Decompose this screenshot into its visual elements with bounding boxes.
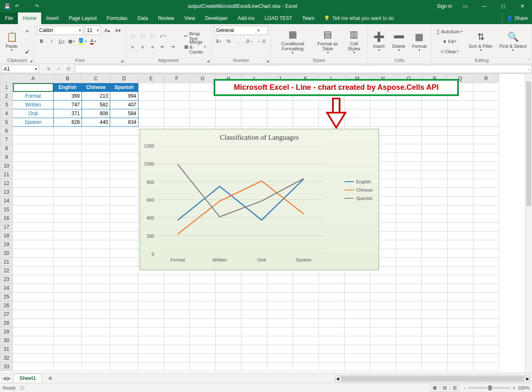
cell-C29[interactable] <box>82 328 110 336</box>
cell-K23[interactable] <box>293 275 319 284</box>
cell-K29[interactable] <box>293 328 319 336</box>
cell-C14[interactable] <box>82 197 110 205</box>
cell-P7[interactable] <box>422 136 448 144</box>
cell-L26[interactable] <box>319 301 345 310</box>
cell-O17[interactable] <box>396 223 422 232</box>
cell-D16[interactable] <box>110 214 138 223</box>
cell-Q33[interactable] <box>448 362 473 371</box>
cell-A13[interactable] <box>13 188 54 197</box>
row-header-29[interactable]: 29 <box>0 328 13 336</box>
row-header-1[interactable]: 1 <box>0 83 13 92</box>
cell-A12[interactable] <box>13 179 54 188</box>
cell-C31[interactable] <box>82 345 110 354</box>
cell-A28[interactable] <box>13 319 54 328</box>
insert-cells-button[interactable]: ➕Insert▾ <box>370 29 388 54</box>
cell-R12[interactable] <box>473 179 499 188</box>
cell-O33[interactable] <box>396 362 422 371</box>
cell-A11[interactable] <box>13 170 54 179</box>
cell-G32[interactable] <box>190 354 216 362</box>
cell-L33[interactable] <box>319 362 345 371</box>
cell-A33[interactable] <box>13 362 54 371</box>
cell-A31[interactable] <box>13 345 54 354</box>
cell-E33[interactable] <box>138 362 164 371</box>
cell-D20[interactable] <box>110 249 138 258</box>
cell-Q12[interactable] <box>448 179 473 188</box>
cell-A22[interactable] <box>13 266 54 275</box>
cell-R22[interactable] <box>473 266 499 275</box>
cell-N24[interactable] <box>370 284 396 293</box>
cell-F25[interactable] <box>164 293 190 301</box>
row-header-25[interactable]: 25 <box>0 293 13 301</box>
sort-filter-button[interactable]: ⇅Sort & Filter▾ <box>466 29 495 54</box>
cell-F24[interactable] <box>164 284 190 293</box>
cell-M28[interactable] <box>345 319 370 328</box>
cell-R26[interactable] <box>473 301 499 310</box>
cell-H31[interactable] <box>216 345 241 354</box>
cell-M23[interactable] <box>345 275 370 284</box>
cell-D10[interactable] <box>110 162 138 170</box>
cell-Q15[interactable] <box>448 205 473 214</box>
macro-record-icon[interactable]: ▢ <box>20 385 24 390</box>
cell-R31[interactable] <box>473 345 499 354</box>
cell-D9[interactable] <box>110 153 138 162</box>
row-header-3[interactable]: 3 <box>0 101 13 109</box>
tab-formulas[interactable]: Formulas <box>102 12 133 24</box>
cell-K28[interactable] <box>293 319 319 328</box>
row-header-10[interactable]: 10 <box>0 162 13 170</box>
font-name-combo[interactable]: ▾ <box>37 26 83 35</box>
cell-N29[interactable] <box>370 328 396 336</box>
cell-Q25[interactable] <box>448 293 473 301</box>
cell-R5[interactable] <box>473 118 499 127</box>
clipboard-launcher-icon[interactable]: ◢ <box>30 59 32 63</box>
tab-team[interactable]: Team <box>297 12 319 24</box>
cell-I30[interactable] <box>241 336 267 345</box>
cell-B16[interactable] <box>54 214 82 223</box>
cell-E5[interactable] <box>138 118 164 127</box>
cell-E4[interactable] <box>138 109 164 118</box>
cell-R9[interactable] <box>473 153 499 162</box>
cell-B21[interactable] <box>54 258 82 266</box>
collapse-ribbon-icon[interactable]: ⌃ <box>527 58 530 63</box>
cell-P14[interactable] <box>422 197 448 205</box>
cell-C9[interactable] <box>82 153 110 162</box>
cell-B6[interactable] <box>54 127 82 136</box>
cell-L30[interactable] <box>319 336 345 345</box>
fill-color-button[interactable]: 🪣 <box>77 37 88 46</box>
increase-font-icon[interactable]: A▴ <box>103 26 112 35</box>
cell-D13[interactable] <box>110 188 138 197</box>
cell-D1[interactable]: Spanish <box>110 83 138 92</box>
cell-L28[interactable] <box>319 319 345 328</box>
cell-P22[interactable] <box>422 266 448 275</box>
cell-E29[interactable] <box>138 328 164 336</box>
cell-H29[interactable] <box>216 328 241 336</box>
cell-K26[interactable] <box>293 301 319 310</box>
cell-B14[interactable] <box>54 197 82 205</box>
cell-C13[interactable] <box>82 188 110 197</box>
cell-P33[interactable] <box>422 362 448 371</box>
qat-customize-dropdown[interactable] <box>42 2 52 11</box>
row-header-20[interactable]: 20 <box>0 249 13 258</box>
cell-E32[interactable] <box>138 354 164 362</box>
cell-C16[interactable] <box>82 214 110 223</box>
cell-P26[interactable] <box>422 301 448 310</box>
close-icon[interactable]: ✕ <box>513 0 532 12</box>
cell-D3[interactable]: 407 <box>110 101 138 109</box>
align-center-icon[interactable]: ≡ <box>138 42 147 52</box>
sign-in-link[interactable]: Sign in <box>433 3 456 9</box>
cell-A2[interactable]: Formal <box>13 92 54 101</box>
cell-K27[interactable] <box>293 310 319 319</box>
cell-F33[interactable] <box>164 362 190 371</box>
worksheet-area[interactable]: ABCDEFGHIJKLMNOPQR1EnglishChineseSpanish… <box>0 74 532 373</box>
zoom-out-icon[interactable]: − <box>463 385 466 390</box>
cell-C27[interactable] <box>82 310 110 319</box>
cell-C4[interactable]: 808 <box>82 109 110 118</box>
cell-C17[interactable] <box>82 223 110 232</box>
cell-B24[interactable] <box>54 284 82 293</box>
cell-O30[interactable] <box>396 336 422 345</box>
copy-button[interactable]: 📄 <box>22 37 32 46</box>
cell-D15[interactable] <box>110 205 138 214</box>
cell-J25[interactable] <box>267 293 293 301</box>
cell-R21[interactable] <box>473 258 499 266</box>
autosum-button[interactable]: ∑ AutoSum <box>434 27 464 36</box>
cell-P27[interactable] <box>422 310 448 319</box>
